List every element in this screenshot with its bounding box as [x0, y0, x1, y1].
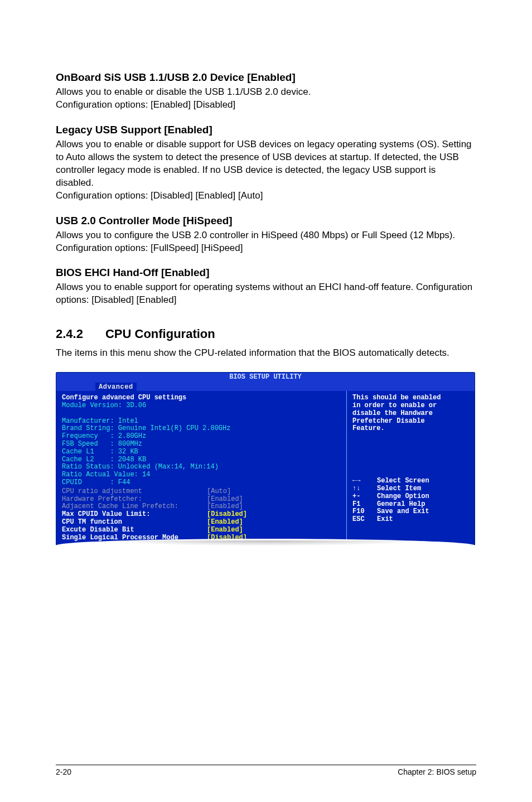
cfg-header1: Configure advanced CPU settings: [62, 394, 341, 402]
nav-label: Exit: [377, 516, 393, 524]
heading-onboard-sis: OnBoard SiS USB 1.1/USB 2.0 Device [Enab…: [56, 71, 476, 84]
heading-usb20-mode: USB 2.0 Controller Mode [HiSpeed]: [56, 215, 476, 227]
body-onboard-sis: Allows you to enable or disable the USB …: [56, 86, 476, 112]
opt-cpu-tm[interactable]: CPU TM function [Enabled]: [62, 519, 341, 526]
heading-ehci-handoff: BIOS EHCI Hand-Off [Enabled]: [56, 267, 476, 279]
bios-tab-row: Advanced: [56, 382, 475, 391]
opt-label: Adjacent Cache Line Prefetch:: [62, 503, 207, 511]
nav-row: ↑↓Select Item: [352, 485, 470, 493]
opt-label: Excute Disable Bit: [62, 526, 207, 534]
nav-label: Select Screen: [377, 477, 429, 485]
info-line: Cache L2 : 2048 KB: [62, 456, 341, 464]
help-line: This should be enabled: [352, 394, 470, 402]
help-line: in order to enable or: [352, 402, 470, 410]
body-legacy-usb: Allows you to enable or disable support …: [56, 138, 476, 202]
opt-execute-disable[interactable]: Excute Disable Bit [Enabled]: [62, 526, 341, 534]
opt-label: Hardware Prefetcher:: [62, 496, 207, 504]
help-line: disable the Handware: [352, 410, 470, 418]
opt-max-cpuid[interactable]: Max CPUID Value Limit: [Disabled]: [62, 511, 341, 519]
info-line: CPUID : F44: [62, 479, 341, 487]
info-line: Ratio Actual Value: 14: [62, 471, 341, 479]
help-line: Prefetcher Disable: [352, 418, 470, 426]
f10-key: F10: [352, 508, 377, 516]
opt-value: [Auto]: [207, 488, 231, 496]
nav-label: Change Option: [377, 493, 429, 501]
plus-minus-icon: +-: [352, 493, 377, 501]
footer-chapter: Chapter 2: BIOS setup: [398, 767, 476, 776]
info-line: Brand String: Genuine Intel(R) CPU 2.80G…: [62, 425, 341, 433]
section-title: CPU Configuration: [105, 327, 215, 341]
page-footer: 2-20 Chapter 2: BIOS setup: [56, 765, 476, 776]
opt-label: Max CPUID Value Limit:: [62, 511, 207, 519]
nav-row: F1General Help: [352, 501, 470, 509]
tab-advanced[interactable]: Advanced: [95, 383, 137, 391]
bios-left-pane: Configure advanced CPU settings Module V…: [56, 391, 346, 545]
body-usb20-mode: Allows you to configure the USB 2.0 cont…: [56, 229, 476, 255]
arrow-ud-icon: ↑↓: [352, 485, 377, 493]
nav-help: ←→Select Screen ↑↓Select Item +-Change O…: [352, 477, 470, 524]
bios-title: BIOS SETUP UTILITY: [56, 373, 475, 382]
opt-label: CPU TM function: [62, 519, 207, 526]
body-ehci-handoff: Allows you to enable support for operati…: [56, 281, 476, 307]
arrow-lr-icon: ←→: [352, 477, 377, 485]
nav-label: General Help: [377, 501, 425, 509]
nav-row: ←→Select Screen: [352, 477, 470, 485]
nav-row: F10Save and Exit: [352, 508, 470, 516]
opt-value: [Enabled]: [207, 519, 243, 526]
nav-row: +-Change Option: [352, 493, 470, 501]
opt-cpu-ratio[interactable]: CPU ratio adjustment [Auto]: [62, 488, 341, 496]
opt-adj-cache[interactable]: Adjacent Cache Line Prefetch: [Enabled]: [62, 503, 341, 511]
cfg-header2: Module Version: 3D.06: [62, 402, 341, 410]
info-line: Ratio Status: Unlocked (Max:14, Min:14): [62, 463, 341, 471]
f1-key: F1: [352, 501, 377, 509]
opt-value: [Enabled]: [207, 503, 243, 511]
opt-hw-prefetch[interactable]: Hardware Prefetcher: [Enabled]: [62, 496, 341, 504]
info-line: FSB Speed : 800MHz: [62, 441, 341, 448]
info-line: Frequency : 2.80GHz: [62, 433, 341, 441]
heading-legacy-usb: Legacy USB Support [Enabled]: [56, 124, 476, 136]
opt-label: CPU ratio adjustment: [62, 488, 207, 496]
info-line: Manufacturer: Intel: [62, 418, 341, 426]
nav-label: Select Item: [377, 485, 421, 493]
intro-cpu-config: The items in this menu show the CPU-rela…: [56, 347, 476, 360]
section-number: 2.4.2: [56, 327, 83, 341]
footer-page-number: 2-20: [56, 767, 71, 776]
info-line: Cache L1 : 32 KB: [62, 448, 341, 456]
help-text: This should be enabled in order to enabl…: [352, 394, 470, 433]
heading-cpu-config: 2.4.2CPU Configuration: [56, 327, 476, 341]
blank: [62, 410, 341, 418]
help-line: Feature.: [352, 425, 470, 433]
opt-value: [Enabled]: [207, 526, 243, 534]
nav-row: ESCExit: [352, 516, 470, 524]
nav-label: Save and Exit: [377, 508, 429, 516]
opt-value: [Enabled]: [207, 496, 243, 504]
opt-value: [Disabled]: [207, 511, 247, 519]
bios-right-pane: This should be enabled in order to enabl…: [346, 391, 475, 545]
esc-key: ESC: [352, 516, 377, 524]
bios-panel: BIOS SETUP UTILITY Advanced Configure ad…: [56, 372, 475, 545]
